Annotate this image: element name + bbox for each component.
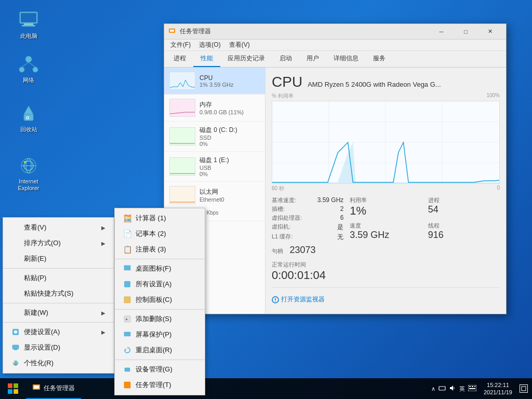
personalize-icon <box>11 359 20 367</box>
tab-startup[interactable]: 启动 <box>272 51 299 67</box>
cpu-stat-right: 基准速度: 3.59 GHz 插槽: 2 虚拟处理器: 6 虚拟机: <box>272 196 343 242</box>
taskbar: 任务管理器 ∧ 英 15:22:11 2021/11/19 <box>0 378 532 399</box>
context-item-new[interactable]: 新建(W) ▶ <box>3 305 114 321</box>
tab-performance[interactable]: 性能 <box>193 51 220 67</box>
disk0-mini-graph <box>169 127 195 145</box>
tray-icons: ∧ 英 <box>431 384 476 393</box>
separator-3 <box>3 322 114 323</box>
cpu-percent-label-left: % 利用率 <box>272 92 294 100</box>
desktop-icon-this-pc[interactable]: 此电脑 <box>10 8 47 42</box>
svg-rect-32 <box>124 382 130 388</box>
svg-rect-57 <box>469 388 475 389</box>
context-item-quick-settings[interactable]: 便捷设置(A) ▶ <box>3 324 114 340</box>
tray-keyboard-icon <box>468 385 476 392</box>
svg-point-17 <box>14 330 17 334</box>
submenu-item-screen-saver[interactable]: 屏幕保护(P) <box>115 327 205 342</box>
svg-rect-24 <box>124 265 130 270</box>
tab-users[interactable]: 用户 <box>299 51 326 67</box>
windows-logo-icon <box>8 383 18 394</box>
menu-view[interactable]: 查看(V) <box>225 39 254 51</box>
cpu-resource-name: CPU <box>200 74 260 82</box>
regedit-icon: 📋 <box>123 245 131 254</box>
cpu-stat-process: 进程 54 <box>428 196 500 219</box>
disk1-resource-name: 磁盘 1 (E:) <box>200 156 260 165</box>
context-item-paste-shortcut[interactable]: 粘贴快捷方式(S) <box>3 286 114 301</box>
restart-desktop-icon <box>123 346 131 354</box>
start-button[interactable] <box>0 378 26 399</box>
submenu-item-restart-desktop[interactable]: 重启桌面(R) <box>115 342 205 358</box>
desktop-icon-recycle[interactable]: ♻ 回收站 <box>10 101 47 135</box>
cpu-resource-info: CPU 1% 3.59 GHz <box>200 74 260 88</box>
submenu-item-calc[interactable]: 🧮 计算器 (1) <box>115 210 205 226</box>
svg-point-44 <box>275 301 276 302</box>
resource-item-cpu[interactable]: CPU 1% 3.59 GHz <box>164 68 265 95</box>
menu-options[interactable]: 选项(O) <box>195 39 224 51</box>
submenu-item-all-settings[interactable]: 所有设置(A) <box>115 276 205 292</box>
submenu-item-regedit[interactable]: 📋 注册表 (3) <box>115 242 205 257</box>
context-item-personalize[interactable]: 个性化(R) <box>3 355 114 371</box>
maximize-button[interactable]: □ <box>454 24 477 39</box>
cpu-stat-speed: 速度 3.59 GHz <box>350 222 421 242</box>
eth-resource-detail: Ethernet0 <box>200 196 224 203</box>
svg-rect-45 <box>8 383 12 388</box>
recycle-icon: ♻ <box>18 103 39 124</box>
close-button[interactable]: ✕ <box>478 24 502 39</box>
context-item-refresh[interactable]: 刷新(E) <box>3 251 114 267</box>
svg-point-5 <box>19 67 24 72</box>
menu-file[interactable]: 文件(F) <box>166 39 195 51</box>
task-mgr-submenu-icon <box>123 381 131 389</box>
cpu-stat-utilization: 利用率 1% <box>350 196 421 219</box>
taskbar-tray: ∧ 英 15:22:11 2021/11/19 <box>427 381 532 396</box>
tray-clock[interactable]: 15:22:11 2021/11/19 <box>481 381 515 396</box>
mem-mini-graph <box>169 99 195 117</box>
submenu-item-desktop-icons[interactable]: 桌面图标(F) <box>115 261 205 276</box>
svg-rect-31 <box>125 368 130 371</box>
tray-chevron[interactable]: ∧ <box>431 385 435 392</box>
context-item-sort[interactable]: 排序方式(O) ▶ <box>3 235 114 251</box>
svg-rect-2 <box>24 23 33 25</box>
mem-resource-info: 内存 0.9/8.0 GB (11%) <box>200 100 260 115</box>
context-item-paste[interactable]: 粘贴(P) <box>3 270 114 286</box>
svg-rect-1 <box>21 13 36 22</box>
resource-item-memory[interactable]: 内存 0.9/8.0 GB (11%) <box>164 95 265 122</box>
notify-icon <box>521 386 526 391</box>
context-item-display[interactable]: 显示设置(D) <box>3 340 114 355</box>
display-settings-icon <box>11 343 20 352</box>
cpu-resource-detail: 1% 3.59 GHz <box>200 82 260 88</box>
disk0-resource-info: 磁盘 0 (C: D:) SSD 0% <box>200 126 260 147</box>
disk0-resource-detail: SSD 0% <box>200 135 260 147</box>
minimize-button[interactable]: ─ <box>430 24 453 39</box>
svg-rect-25 <box>124 281 130 287</box>
tab-app-history[interactable]: 应用历史记录 <box>220 51 272 67</box>
desktop-icon-ie[interactable]: e Internet Explorer <box>10 153 47 194</box>
svg-rect-46 <box>14 383 18 388</box>
context-item-view[interactable]: 查看(V) ▶ <box>3 220 114 235</box>
tab-processes[interactable]: 进程 <box>166 51 193 67</box>
resource-item-disk1[interactable]: 磁盘 1 (E:) USB0% <box>164 152 265 182</box>
tray-notify-button[interactable] <box>520 384 528 393</box>
tray-lang-label[interactable]: 英 <box>459 385 465 393</box>
svg-rect-56 <box>474 386 475 387</box>
taskbar-tm-icon <box>32 383 41 393</box>
taskbar-taskmanager[interactable]: 任务管理器 <box>26 378 81 399</box>
submenu-item-add-remove[interactable]: + 添加删除(S) <box>115 311 205 327</box>
tab-details[interactable]: 详细信息 <box>326 51 366 67</box>
resource-item-disk0[interactable]: 磁盘 0 (C: D:) SSD 0% <box>164 122 265 152</box>
svg-rect-18 <box>12 345 19 349</box>
submenu-item-device-mgr[interactable]: 设备管理(G) <box>115 362 205 377</box>
submenu-item-notepad[interactable]: 📄 记事本 (2) <box>115 226 205 242</box>
svg-rect-50 <box>34 385 39 389</box>
svg-marker-30 <box>125 349 127 351</box>
submenu-item-control-panel[interactable]: 控制面板(C) <box>115 292 205 308</box>
tab-services[interactable]: 服务 <box>366 51 393 67</box>
cpu-detail-panel: CPU AMD Ryzen 5 2400G with Radeon Vega G… <box>265 68 506 314</box>
paste-icon <box>11 274 20 282</box>
submenu-item-task-mgr[interactable]: 任务管理(T) <box>115 377 205 393</box>
resource-monitor-link[interactable]: 打开资源监视器 <box>272 295 325 304</box>
desktop-icon-network[interactable]: 网络 <box>10 52 47 86</box>
cpu-stat-thread: 线程 916 <box>428 222 500 242</box>
tm-body: CPU 1% 3.59 GHz 内存 0.9/8.0 GB (11%) <box>164 68 506 314</box>
cpu-title-label: CPU <box>272 74 302 90</box>
view-icon <box>11 223 20 232</box>
submenu: 🧮 计算器 (1) 📄 记事本 (2) 📋 注册表 (3) 桌面图标(F) <box>114 208 205 395</box>
